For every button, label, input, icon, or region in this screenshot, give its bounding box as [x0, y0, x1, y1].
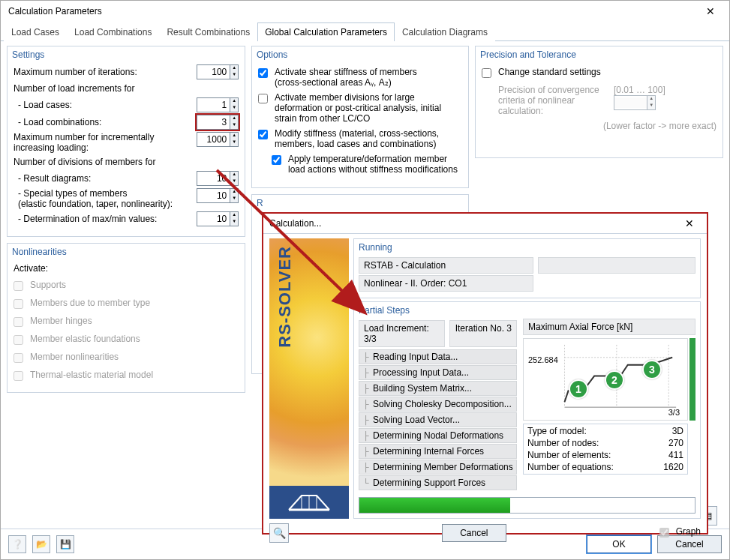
stats-elements-value: 411	[668, 450, 683, 460]
incr-loading-input[interactable]: ▲▼	[197, 132, 239, 147]
chk-members-type: Members due to member type	[14, 298, 150, 311]
chk-supports: Supports	[14, 280, 66, 293]
settings-header: Settings	[12, 49, 239, 60]
stats-equations-value: 1620	[663, 462, 683, 472]
running-line-1: RSTAB - Calculation	[359, 257, 533, 274]
step-item: ├Building System Matrix...	[359, 381, 517, 396]
maxmin-input[interactable]: ▲▼	[197, 211, 239, 226]
partial-steps-section: Partial Steps Load Increment: 3/3 Iterat…	[353, 301, 701, 519]
running-section: Running RSTAB - Calculation Nonlinear - …	[353, 238, 701, 298]
precision-range: [0.01 … 100]	[614, 85, 665, 95]
stats-card: Type of model:3D Number of nodes:270 Num…	[523, 424, 688, 475]
chk-thermal-elastic: Thermal-elastic material model	[14, 370, 153, 383]
step-item: ├Solving Load Vector...	[359, 412, 517, 427]
chk-apply-temperature[interactable]: Apply temperature/deformation member loa…	[272, 154, 462, 175]
activate-label: Activate:	[14, 263, 239, 274]
options-header: Options	[257, 49, 462, 60]
result-diagrams-input[interactable]: ▲▼	[197, 171, 239, 186]
graph-checkbox[interactable]: Graph	[659, 526, 701, 540]
chk-member-nonlinearities: Member nonlinearities	[14, 352, 119, 365]
precision-group: Precision and Tolerance Change standard …	[475, 46, 723, 158]
chk-shear-stiffness[interactable]: Activate shear stiffness of members(cros…	[258, 67, 417, 88]
load-combinations-label: - Load combinations:	[14, 117, 194, 127]
dialog-title: Calculation Parameters	[8, 6, 699, 16]
stats-model-label: Type of model:	[527, 426, 587, 436]
step-item: ├Processing Input Data...	[359, 365, 517, 380]
special-types-label: - Special types of members (elastic foun…	[14, 188, 194, 209]
stats-elements-label: Number of elements:	[527, 450, 611, 460]
calculation-parameters-dialog: Calculation Parameters ✕ Load Cases Load…	[0, 0, 730, 560]
step-item: ├Determining Nodal Deformations	[359, 428, 517, 443]
tab-load-cases[interactable]: Load Cases	[4, 22, 67, 41]
step-item: └Determining Support Forces	[359, 475, 517, 490]
stats-model-value: 3D	[672, 426, 683, 436]
running-header: Running	[359, 242, 695, 253]
step-item: ├Determining Member Deformations	[359, 460, 517, 475]
step-item: ├Solving Cholesky Decomposition...	[359, 397, 517, 412]
options-r-header: R	[257, 198, 462, 208]
tab-calculation-diagrams[interactable]: Calculation Diagrams	[395, 22, 495, 41]
result-diagrams-label: - Result diagrams:	[14, 173, 194, 184]
running-line-2: Nonlinear - II. Order: CO1	[359, 275, 533, 292]
badge-1: 1	[569, 379, 588, 399]
tab-result-combinations[interactable]: Result Combinations	[159, 22, 257, 41]
running-empty	[538, 257, 695, 274]
precision-hint: (Lower factor -> more exact)	[482, 121, 716, 131]
calc-cancel-button[interactable]: Cancel	[442, 524, 506, 542]
partial-steps-header: Partial Steps	[359, 305, 695, 316]
badge-3: 3	[642, 360, 662, 379]
tab-global-calc-params[interactable]: Global Calculation Parameters	[257, 22, 395, 41]
magnifier-icon[interactable]: 🔍	[269, 523, 289, 543]
calc-title: Calculation...	[269, 218, 678, 229]
solver-text: RS-SOLVER	[275, 246, 295, 348]
progress-bar	[359, 497, 695, 514]
chk-elastic-foundations: Member elastic foundations	[14, 334, 140, 347]
tabstrip: Load Cases Load Combinations Result Comb…	[1, 22, 729, 41]
dialog-titlebar: Calculation Parameters ✕	[1, 1, 729, 22]
chk-change-standard-settings[interactable]: Change standard settings	[482, 67, 601, 80]
load-combinations-input[interactable]: ▲▼	[197, 115, 239, 130]
load-increment-label: Load Increment: 3/3	[359, 320, 445, 347]
nonlinearities-header: Nonlinearities	[12, 247, 239, 257]
stats-nodes-label: Number of nodes:	[527, 438, 599, 448]
dialog-content: Settings Maximum number of iterations: ▲…	[1, 41, 729, 529]
iteration-number: Iteration No. 3	[449, 320, 517, 347]
calc-titlebar: Calculation... ✕	[263, 214, 707, 233]
max-iterations-input[interactable]: ▲▼	[197, 64, 239, 79]
stats-nodes-value: 270	[668, 438, 683, 448]
settings-group: Settings Maximum number of iterations: ▲…	[7, 46, 245, 237]
help-icon[interactable]: ❔	[8, 535, 26, 553]
step-item: ├Determining Internal Forces	[359, 444, 517, 459]
close-icon[interactable]: ✕	[699, 5, 722, 17]
load-cases-input[interactable]: ▲▼	[197, 97, 239, 112]
solver-image: RS-SOLVER	[269, 238, 349, 519]
graph-title: Maximum Axial Force [kN]	[523, 319, 695, 335]
stats-equations-label: Number of equations:	[527, 462, 614, 472]
special-types-input[interactable]: ▲▼	[197, 188, 239, 203]
calculation-progress-dialog: Calculation... ✕ RS-SOLVER Running	[262, 212, 708, 535]
save-icon[interactable]: 💾	[56, 535, 74, 553]
divisions-header: Number of divisions of members for	[14, 157, 239, 167]
badge-2: 2	[605, 370, 624, 390]
max-iterations-label: Maximum number of iterations:	[14, 67, 194, 77]
precision-value-input: ▲▼	[614, 95, 656, 110]
open-icon[interactable]: 📂	[32, 535, 50, 553]
options-group: Options Activate shear stiffness of memb…	[251, 46, 469, 188]
mini-chart: 252.684 3/3	[523, 338, 688, 421]
solver-logo-icon	[269, 486, 349, 519]
maxmin-label: - Determination of max/min values:	[14, 214, 194, 224]
step-item: ├Reading Input Data...	[359, 349, 517, 364]
tab-load-combinations[interactable]: Load Combinations	[67, 22, 159, 41]
nonlinearities-group: Nonlinearities Activate: Supports Member…	[7, 243, 245, 393]
load-increments-header: Number of load increments for	[14, 83, 239, 94]
chk-member-divisions-large-def[interactable]: Activate member divisions for large defo…	[258, 92, 462, 124]
precision-conv-label: Precision of convergence criteria of non…	[498, 85, 611, 116]
load-cases-label: - Load cases:	[14, 100, 194, 110]
chk-modify-stiffness[interactable]: Modify stiffness (material, cross-sectio…	[258, 128, 462, 149]
chart-indicator	[689, 338, 695, 421]
precision-header: Precision and Tolerance	[480, 49, 716, 60]
chk-member-hinges: Member hinges	[14, 316, 92, 329]
calc-close-icon[interactable]: ✕	[678, 217, 701, 229]
incr-loading-label: Maximum number for incrementally increas…	[14, 132, 194, 153]
